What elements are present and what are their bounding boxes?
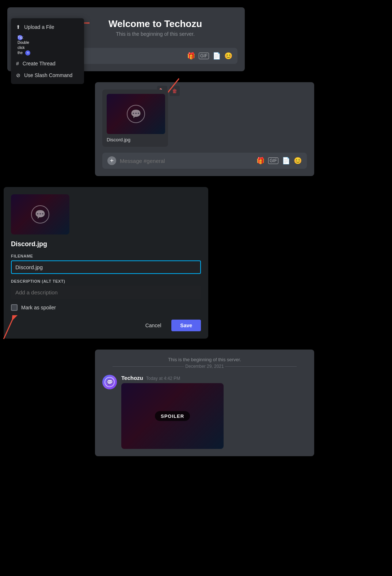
description-input[interactable] [11,286,201,299]
create-thread-item[interactable]: # Create Thread [11,58,84,69]
message-icons: 🎁 GIF 📄 😊 [187,52,232,60]
panel3-modal: 💬 Discord.jpg FILENAME DESCRIPTION (ALT … [4,187,208,339]
upload-file-label: Upload a File [24,24,54,30]
spoiler-row: Mark as spoiler [11,304,201,311]
dropdown-menu: ⬆ Upload a File Tip: Double click the + … [11,18,84,84]
upload-icon: ⬆ [16,24,20,30]
spoiler-label: Mark as spoiler [21,305,56,310]
gift-icon[interactable]: 🎁 [187,52,195,60]
modal-thumbnail: 💬 [11,194,69,234]
file-preview-wrapper: ✏️ 🗑 💬 Discord.jpg [102,89,168,147]
message-content: Techozu Today at 4:42 PM SPOILER [121,375,307,449]
panel2: ✏️ 🗑 💬 Discord.jpg + 🎁 GIF 📄 😊 [95,82,314,176]
upload-file-item[interactable]: ⬆ Upload a File [11,21,84,33]
emoji-icon[interactable]: 😊 [224,52,232,60]
dropdown-tip: Tip: Double click the + [11,33,84,58]
save-button[interactable]: Save [171,320,201,331]
message-input-2[interactable] [120,158,253,164]
sticker-icon[interactable]: 📄 [213,52,221,60]
welcome-area: Welcome to Techozu This is the beginning… [73,15,237,44]
sticker-icon-2[interactable]: 📄 [282,157,290,165]
message-icons-2: 🎁 GIF 📄 😊 [256,157,302,165]
create-thread-label: Create Thread [23,61,56,66]
tip-text: Tip: Double click the [18,35,23,40]
description-label: DESCRIPTION (ALT TEXT) [11,279,201,283]
gif-icon[interactable]: GIF [199,53,209,59]
filename-label: FILENAME [11,254,201,258]
gif-icon-2[interactable]: GIF [268,157,278,164]
discord-icon: 💬 [127,105,145,123]
date-divider: December 29, 2021 [102,364,307,369]
gift-icon-2[interactable]: 🎁 [256,157,264,165]
svg-line-7 [4,319,13,339]
welcome-subtitle: This is the beginning of this server. [73,31,237,37]
file-preview-card: 💬 Discord.jpg [102,89,168,147]
file-name-label: Discord.jpg [107,137,164,142]
server-begin-text: This is the beginning of this server. [102,357,307,362]
slash-command-label: Use Slash Command [24,72,72,78]
emoji-icon-2[interactable]: 😊 [294,157,302,165]
cancel-button[interactable]: Cancel [140,320,167,331]
arrow-to-spoiler [0,315,29,341]
username: Techozu [121,375,143,381]
plus-badge: + [25,50,30,56]
welcome-title: Welcome to Techozu [73,18,237,30]
avatar-icon: 💬 [104,377,115,387]
message-header: Techozu Today at 4:42 PM [121,375,307,381]
thread-icon: # [16,61,19,66]
file-thumbnail: 💬 [107,94,165,134]
modal-discord-icon: 💬 [31,205,49,224]
modal-file-preview: 💬 [11,194,201,234]
modal-actions: Cancel Save [11,320,201,331]
slash-icon: ⊘ [16,72,20,78]
slash-command-item[interactable]: ⊘ Use Slash Command [11,69,84,81]
add-attachment-button-2[interactable]: + [107,156,116,165]
spoiler-image[interactable]: SPOILER [121,383,224,449]
timestamp: Today at 4:42 PM [146,376,180,381]
spoiler-checkbox[interactable] [11,304,18,311]
spoiler-overlay: SPOILER [155,411,190,421]
panel4-chat: This is the beginning of this server. De… [95,350,314,456]
modal-title: Discord.jpg [11,240,201,248]
chat-message: 💬 Techozu Today at 4:42 PM SPOILER [102,375,307,449]
message-bar-2: + 🎁 GIF 📄 😊 [102,153,307,169]
filename-input[interactable] [11,260,201,274]
panel1: ⬆ Upload a File Tip: Double click the + … [7,7,245,71]
user-avatar: 💬 [102,375,117,389]
